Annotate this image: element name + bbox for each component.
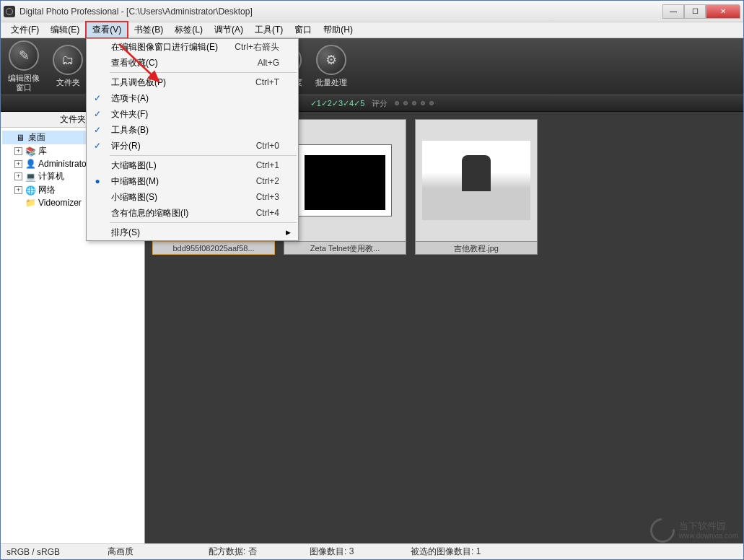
- status-count: 图像数目: 3: [310, 546, 382, 558]
- menu-item[interactable]: 在编辑图像窗口进行编辑(E)Ctrl+右箭头: [87, 39, 298, 55]
- folder-icon: 💻: [25, 172, 36, 182]
- maximize-button[interactable]: ☐: [684, 4, 706, 19]
- thumbnail-label: 吉他教程.jpg: [415, 242, 538, 255]
- menu-item[interactable]: ✓文件夹(F): [87, 106, 298, 122]
- menu-shortcut: Ctrl+0: [256, 141, 284, 151]
- menu-[interactable]: 窗口: [289, 22, 318, 38]
- tree-toggle-icon[interactable]: +: [14, 160, 22, 168]
- tree-label: Videomizer: [38, 198, 82, 208]
- menu-shortcut: Ctrl+3: [256, 192, 284, 202]
- folder-icon: 👤: [25, 159, 36, 169]
- menu-shortcut: Ctrl+右箭头: [235, 41, 284, 53]
- menu-shortcut: Alt+G: [258, 58, 284, 68]
- menu-item[interactable]: 查看收藏(C)Alt+G: [87, 55, 298, 71]
- tree-label: 计算机: [38, 170, 64, 183]
- tool-label: 批量处理: [315, 78, 347, 87]
- menu-item[interactable]: 含有信息的缩略图(I)Ctrl+4: [87, 205, 298, 221]
- tree-label: 库: [38, 145, 47, 157]
- tree-toggle-icon[interactable]: +: [14, 186, 22, 194]
- tree-label: Administrator: [38, 159, 89, 169]
- status-recipe: 配方数据: 否: [209, 546, 281, 558]
- submenu-arrow-icon: ▶: [284, 229, 292, 236]
- check-icon: ✓: [87, 141, 108, 151]
- tool-编辑图像窗口[interactable]: ✎编辑图像 窗口: [8, 40, 40, 92]
- menu-item[interactable]: 大缩略图(L)Ctrl+1: [87, 157, 298, 173]
- thumbnail-label: bdd955f082025aaf58...: [152, 242, 275, 255]
- menu-v[interactable]: 查看(V): [85, 21, 128, 39]
- tool-文件夹[interactable]: 🗂文件夹: [53, 45, 83, 87]
- folder-icon: 🌐: [25, 185, 36, 196]
- window-title: Digital Photo Professional - [C:\Users\A…: [19, 6, 662, 17]
- folder-icon: 📚: [25, 146, 36, 157]
- thumbnail-image: [415, 119, 538, 242]
- menu-item-label: 查看收藏(C): [108, 57, 258, 69]
- check-icon: ✓: [87, 125, 108, 135]
- tree-toggle-icon[interactable]: +: [14, 172, 22, 180]
- tree-toggle-icon[interactable]: +: [14, 147, 22, 155]
- rating-dots[interactable]: [395, 101, 434, 105]
- menu-item-label: 工具调色板(P): [108, 76, 255, 89]
- view-menu-dropdown: 在编辑图像窗口进行编辑(E)Ctrl+右箭头查看收藏(C)Alt+G工具调色板(…: [86, 38, 299, 241]
- menu-item-label: 选项卡(A): [108, 92, 279, 105]
- tool-批量处理[interactable]: ⚙批量处理: [315, 45, 347, 87]
- tool-label: 编辑图像 窗口: [8, 74, 40, 92]
- status-quality: 高画质: [108, 546, 180, 558]
- menu-h[interactable]: 帮助(H): [318, 22, 359, 38]
- menu-shortcut: Ctrl+4: [256, 208, 284, 218]
- menu-shortcut: Ctrl+1: [256, 160, 284, 170]
- menu-item[interactable]: 小缩略图(S)Ctrl+3: [87, 189, 298, 205]
- menu-item-label: 含有信息的缩略图(I): [108, 207, 256, 219]
- thumbnail[interactable]: Zeta Telnet使用教...: [284, 119, 406, 255]
- radio-icon: ●: [87, 176, 108, 186]
- check-icon: ✓: [87, 93, 108, 103]
- menu-item[interactable]: 排序(S)▶: [87, 224, 298, 240]
- menu-shortcut: Ctrl+T: [255, 77, 284, 87]
- menu-item-label: 在编辑图像窗口进行编辑(E): [108, 41, 235, 53]
- menu-item-label: 文件夹(F): [108, 108, 279, 121]
- menu-item-label: 大缩略图(L): [108, 159, 256, 172]
- statusbar: sRGB / sRGB 高画质 配方数据: 否 图像数目: 3 被选的图像数目:…: [1, 543, 743, 559]
- tree-label: 网络: [38, 184, 56, 196]
- folder-icon: 📁: [25, 198, 36, 208]
- check-icon: ✓: [87, 109, 108, 119]
- app-icon: [4, 6, 15, 17]
- menu-e[interactable]: 编辑(E): [45, 22, 85, 38]
- rating-label: 评分: [372, 98, 388, 109]
- tool-icon: ⚙: [316, 45, 346, 75]
- menu-item[interactable]: ●中缩略图(M)Ctrl+2: [87, 173, 298, 189]
- tool-icon: ✎: [9, 40, 39, 71]
- titlebar: Digital Photo Professional - [C:\Users\A…: [1, 1, 743, 22]
- menu-t[interactable]: 工具(T): [249, 22, 289, 38]
- menu-item[interactable]: ✓评分(R)Ctrl+0: [87, 138, 298, 154]
- thumbnail-label: Zeta Telnet使用教...: [284, 242, 406, 255]
- menu-item[interactable]: 工具调色板(P)Ctrl+T: [87, 74, 298, 90]
- tool-label: 文件夹: [56, 78, 80, 87]
- menu-item-label: 小缩略图(S): [108, 191, 256, 204]
- folder-icon: 🖥: [14, 133, 26, 143]
- thumbnail-image: [284, 119, 406, 242]
- menu-item-label: 工具条(B): [108, 124, 279, 136]
- menu-shortcut: Ctrl+2: [256, 176, 284, 186]
- menubar: 文件(F)编辑(E)查看(V)书签(B)标签(L)调节(A)工具(T)窗口帮助(…: [1, 22, 743, 38]
- tool-icon: 🗂: [53, 45, 83, 75]
- menu-l[interactable]: 标签(L): [169, 22, 209, 38]
- status-selected: 被选的图像数目: 1: [411, 546, 483, 558]
- thumbnail[interactable]: 吉他教程.jpg: [415, 119, 538, 255]
- tree-label: 桌面: [28, 131, 45, 144]
- menu-a[interactable]: 调节(A): [209, 22, 249, 38]
- menu-item[interactable]: ✓选项卡(A): [87, 90, 298, 106]
- close-button[interactable]: ✕: [706, 4, 740, 19]
- menu-b[interactable]: 书签(B): [128, 22, 169, 38]
- menu-item-label: 排序(S): [108, 227, 279, 239]
- menu-item-label: 评分(R): [108, 140, 256, 152]
- status-colorspace: sRGB / sRGB: [6, 547, 79, 557]
- menu-f[interactable]: 文件(F): [5, 22, 45, 38]
- menu-item[interactable]: ✓工具条(B): [87, 122, 298, 138]
- minimize-button[interactable]: —: [662, 4, 684, 19]
- rating-checks[interactable]: ✓1✓2✓3✓4✓5: [310, 99, 365, 108]
- menu-item-label: 中缩略图(M): [108, 175, 256, 188]
